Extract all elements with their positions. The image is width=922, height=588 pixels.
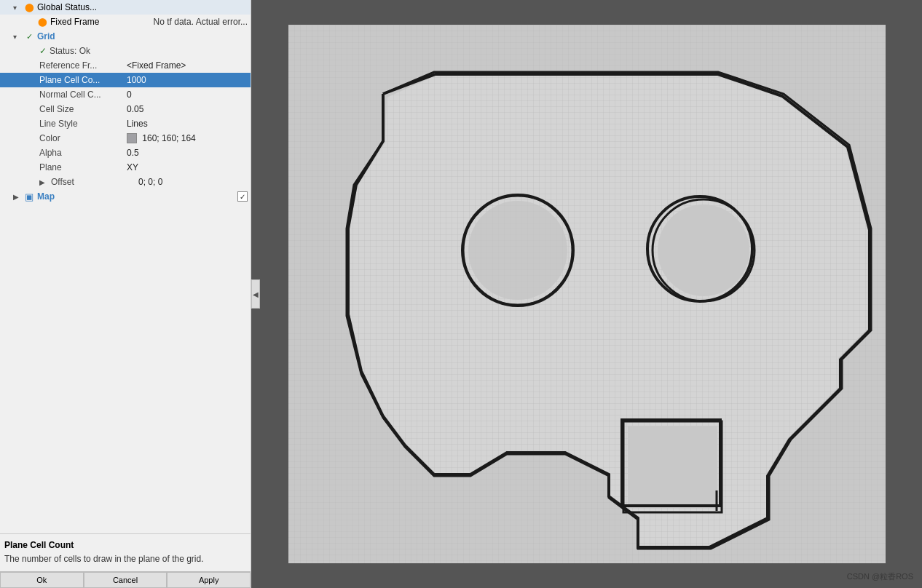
map-svg [288, 25, 886, 563]
prop-label-line-style: Line Style [39, 119, 127, 129]
ok-icon-grid: ✓ [23, 31, 35, 42]
tree-item-map[interactable]: ▶ ▣ Map ✓ [0, 189, 251, 204]
map-icon: ▣ [23, 191, 35, 202]
tree-item-global-status[interactable]: ▾ ⬤ Global Status... [0, 0, 251, 15]
right-panel: ◀ [251, 0, 922, 588]
prop-label-plane: Plane [39, 162, 127, 172]
collapse-handle[interactable]: ◀ [251, 279, 260, 309]
description-title: Plane Cell Count [4, 540, 246, 550]
prop-row-color: Color 160; 160; 164 [0, 131, 251, 146]
prop-value-line-style: Lines [127, 119, 248, 129]
description-text: The number of cells to draw in the plane… [4, 553, 246, 565]
warning-icon-global: ⬤ [23, 1, 35, 13]
label-fixed-frame: Fixed Frame [50, 17, 151, 27]
prop-row-plane-cell[interactable]: Plane Cell Co... 1000 [0, 73, 251, 87]
arrow-fixed-frame [26, 18, 36, 26]
prop-value-reference: <Fixed Frame> [127, 60, 248, 71]
arrow-global-status: ▾ [13, 4, 23, 12]
arrow-grid: ▾ [13, 33, 23, 41]
apply-button[interactable]: Apply [167, 572, 251, 588]
tree-item-fixed-frame[interactable]: ⬤ Fixed Frame No tf data. Actual error..… [0, 15, 251, 29]
prop-label-status: Status: Ok [50, 46, 137, 56]
color-swatch [127, 133, 137, 143]
label-global-status: Global Status... [37, 2, 245, 12]
prop-value-plane-cell: 1000 [127, 75, 248, 85]
description-area: Plane Cell Count The number of cells to … [0, 533, 251, 571]
prop-row-plane: Plane XY [0, 160, 251, 175]
prop-row-line-style: Line Style Lines [0, 116, 251, 131]
prop-row-reference: Reference Fr... <Fixed Frame> [0, 58, 251, 73]
prop-value-color: 160; 160; 164 [127, 133, 248, 144]
bottom-buttons: Ok Cancel Apply [0, 571, 251, 588]
prop-label-plane-cell: Plane Cell Co... [39, 75, 127, 85]
prop-label-offset: Offset [51, 177, 138, 187]
prop-value-alpha: 0.5 [127, 148, 248, 158]
arrow-offset: ▶ [39, 178, 50, 186]
map-checkbox[interactable]: ✓ [237, 191, 248, 202]
grid-canvas [288, 25, 886, 563]
spacer [0, 204, 251, 533]
prop-row-normal-cell: Normal Cell C... 0 [0, 87, 251, 102]
svg-point-8 [658, 204, 749, 296]
prop-label-alpha: Alpha [39, 148, 127, 158]
color-value-text: 160; 160; 164 [142, 133, 195, 143]
label-map: Map [37, 191, 138, 202]
watermark: CSDN @粒香ROS [847, 571, 913, 582]
prop-row-offset[interactable]: ▶ Offset 0; 0; 0 [0, 175, 251, 189]
prop-label-color: Color [39, 133, 127, 143]
prop-row-status: ✓ Status: Ok [0, 44, 251, 58]
prop-label-reference: Reference Fr... [39, 60, 127, 71]
left-panel: ▾ ⬤ Global Status... ⬤ Fixed Frame No tf… [0, 0, 251, 588]
label-grid: Grid [37, 31, 245, 41]
cancel-button[interactable]: Cancel [84, 572, 168, 588]
prop-value-plane: XY [127, 162, 248, 172]
prop-value-normal-cell: 0 [127, 90, 248, 100]
ok-button[interactable]: Ok [0, 572, 84, 588]
value-fixed-frame: No tf data. Actual error... [154, 17, 248, 27]
check-icon-status: ✓ [39, 46, 47, 56]
prop-value-offset: 0; 0; 0 [138, 177, 248, 187]
prop-value-cell-size: 0.05 [127, 104, 248, 114]
tree-item-grid[interactable]: ▾ ✓ Grid [0, 29, 251, 44]
prop-row-cell-size: Cell Size 0.05 [0, 102, 251, 116]
prop-label-normal-cell: Normal Cell C... [39, 90, 127, 100]
arrow-map: ▶ [13, 193, 23, 201]
svg-rect-10 [628, 426, 717, 508]
prop-label-cell-size: Cell Size [39, 104, 127, 114]
warning-icon-fixed: ⬤ [36, 16, 48, 28]
prop-row-alpha: Alpha 0.5 [0, 146, 251, 160]
